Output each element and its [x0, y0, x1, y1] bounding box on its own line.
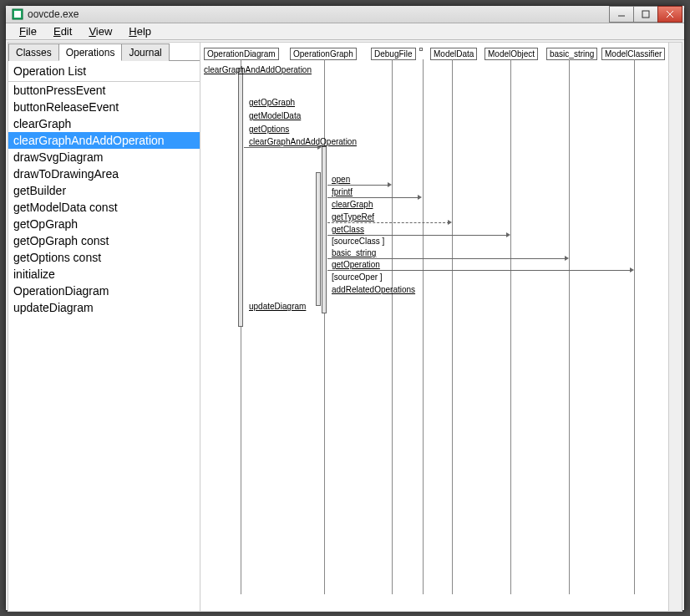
lifeline	[452, 59, 453, 594]
message-arrow	[327, 270, 632, 271]
participant-box[interactable]: OperationGraph	[290, 48, 357, 60]
message-label: getOpGraph	[249, 98, 295, 107]
list-item[interactable]: getOpGraph	[8, 216, 200, 232]
message-arrow	[327, 222, 449, 223]
list-item[interactable]: initialize	[8, 266, 200, 283]
operation-list[interactable]: buttonPressEventbuttonReleaseEventclearG…	[8, 82, 200, 611]
message-arrow	[244, 147, 319, 148]
participant-box[interactable]	[419, 48, 423, 51]
message-arrow	[327, 185, 389, 186]
maximize-button[interactable]	[633, 6, 658, 23]
list-item[interactable]: buttonPressEvent	[8, 82, 200, 99]
tab-classes[interactable]: Classes	[8, 43, 59, 61]
message-label: updateDiagram	[249, 302, 306, 311]
message-label: getModelData	[249, 111, 301, 120]
participant-box[interactable]: ModelClassifier	[601, 48, 665, 60]
message-label: [sourceOper ]	[332, 272, 383, 282]
list-header: Operation List	[8, 61, 200, 82]
activation-bar	[322, 146, 327, 313]
left-panel: Classes Operations Journal Operation Lis…	[8, 43, 200, 611]
lifeline	[510, 59, 511, 594]
participant-box[interactable]: DebugFile	[371, 48, 416, 60]
titlebar[interactable]: oovcde.exe	[6, 6, 684, 23]
activation-bar	[316, 172, 321, 306]
diagram-viewport[interactable]: OperationDiagram OperationGraph DebugFil…	[200, 43, 682, 611]
message-label: clearGraph	[332, 200, 373, 209]
menu-file[interactable]: File	[11, 23, 45, 39]
message-arrow	[327, 235, 508, 236]
message-arrow	[327, 197, 419, 198]
lifeline	[423, 59, 424, 594]
message-label: addRelatedOperations	[332, 285, 415, 294]
lifeline	[569, 59, 570, 594]
tab-operations[interactable]: Operations	[58, 43, 123, 61]
arrowhead-icon	[317, 145, 322, 150]
arrowhead-icon	[448, 220, 452, 225]
list-item[interactable]: OperationDiagram	[8, 283, 200, 299]
client-area: Classes Operations Journal Operation Lis…	[8, 42, 682, 612]
svg-rect-1	[14, 11, 21, 18]
diagram-title: clearGraphAndAddOperation	[204, 65, 312, 74]
list-item[interactable]: clearGraph	[8, 115, 200, 132]
message-label: [sourceClass ]	[332, 237, 384, 246]
list-item[interactable]: getOptions const	[8, 249, 200, 266]
menubar: File Edit View Help	[6, 23, 684, 40]
participant-box[interactable]: ModelObject	[485, 48, 538, 60]
message-label: getOptions	[249, 125, 289, 134]
arrowhead-icon	[506, 232, 510, 237]
menu-view[interactable]: View	[80, 23, 120, 39]
scrollbar-vertical[interactable]	[668, 43, 682, 611]
message-label: open	[332, 175, 350, 184]
menu-edit[interactable]: Edit	[45, 23, 80, 39]
tab-journal[interactable]: Journal	[121, 43, 169, 61]
window-controls	[610, 6, 682, 23]
message-label: basic_string	[332, 248, 376, 257]
window-title: oovcde.exe	[28, 8, 610, 20]
app-icon	[11, 8, 24, 21]
list-item[interactable]: drawToDrawingArea	[8, 165, 200, 182]
arrowhead-icon	[565, 256, 569, 261]
list-item[interactable]: clearGraphAndAddOperation	[8, 132, 200, 149]
minimize-button[interactable]	[609, 6, 634, 23]
arrowhead-icon	[630, 267, 634, 272]
message-arrow	[327, 258, 566, 259]
participant-box[interactable]: OperationDiagram	[204, 48, 279, 60]
app-window: oovcde.exe File Edit View Help Classes O…	[5, 5, 685, 611]
participant-box[interactable]: ModelData	[430, 48, 477, 60]
list-item[interactable]: buttonReleaseEvent	[8, 99, 200, 115]
message-label: clearGraphAndAddOperation	[249, 137, 357, 146]
arrowhead-icon	[418, 195, 422, 200]
tabstrip: Classes Operations Journal	[8, 43, 200, 61]
list-item[interactable]: drawSvgDiagram	[8, 149, 200, 165]
close-button[interactable]	[657, 6, 682, 23]
activation-bar	[238, 68, 243, 327]
message-label: getClass	[332, 225, 364, 234]
lifeline	[634, 59, 635, 594]
message-label: getTypeRef	[332, 212, 374, 221]
message-label: getOperation	[332, 260, 380, 269]
list-item[interactable]: getOpGraph const	[8, 232, 200, 249]
list-item[interactable]: getModelData const	[8, 199, 200, 216]
arrowhead-icon	[388, 182, 392, 187]
lifeline	[392, 59, 393, 594]
message-label: fprintf	[332, 187, 353, 196]
list-item[interactable]: getBuilder	[8, 182, 200, 199]
svg-rect-3	[642, 11, 649, 18]
list-item[interactable]: updateDiagram	[8, 299, 200, 316]
sequence-diagram: OperationDiagram OperationGraph DebugFil…	[200, 43, 682, 611]
menu-help[interactable]: Help	[120, 23, 160, 39]
participant-box[interactable]: basic_string	[546, 48, 597, 60]
